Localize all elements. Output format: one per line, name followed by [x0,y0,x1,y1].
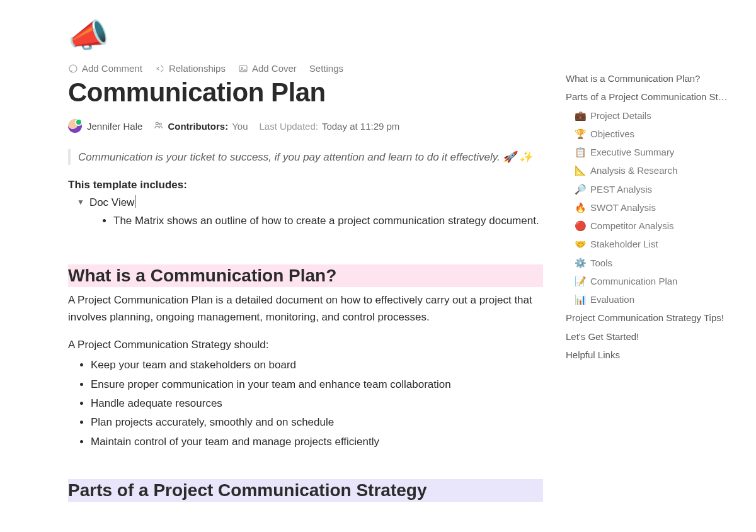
list-item[interactable]: Plan projects accurately, smoothly and o… [91,414,547,431]
outline-item-lvl2[interactable]: 📐Analysis & Research [566,161,742,179]
relationships-button[interactable]: Relationships [155,63,226,74]
list-item[interactable]: Handle adequate resources [91,395,547,412]
svg-point-3 [156,122,159,125]
outline-item-lvl1[interactable]: Helpful Links [566,346,742,364]
contributors-label: Contributors: [168,121,228,132]
svg-point-2 [241,67,243,68]
add-cover-button[interactable]: Add Cover [238,63,297,74]
list-item[interactable]: Maintain control of your team and manage… [91,434,547,450]
page-toolbar: Add Comment Relationships Add Cover Sett… [68,63,554,74]
svg-point-4 [159,123,161,125]
outline-item-lvl2[interactable]: 🏆Objectives [566,125,742,143]
outline-item-icon: 💼 [575,110,587,121]
doc-view-label: Doc View [89,195,136,209]
doc-view-toggle[interactable]: ▼ Doc View [68,195,554,209]
outline-item-icon: 📋 [575,147,587,157]
outline-item-icon: ⚙️ [575,258,587,268]
outline-item-label: What is a Communication Plan? [566,73,700,84]
svg-point-0 [69,65,77,72]
outline-item-lvl1[interactable]: Project Communication Strategy Tips! [566,308,742,327]
comment-icon [68,64,78,74]
outline-item-label: Competitor Analysis [590,220,674,231]
outline-item-lvl1[interactable]: Parts of a Project Communication St… [566,88,742,106]
outline-item-label: Evaluation [590,294,634,305]
outline-item-lvl2[interactable]: 📊Evaluation [566,290,742,308]
outline-item-label: Tools [590,258,612,268]
outline-item-lvl2[interactable]: 🔴Competitor Analysis [566,217,742,235]
outline-item-lvl2[interactable]: 🤝Stakeholder List [566,235,742,253]
outline-item-label: Stakeholder List [590,239,658,249]
contributors-value[interactable]: You [232,121,248,132]
relationships-label: Relationships [169,63,226,74]
add-comment-label: Add Comment [82,63,142,74]
add-comment-button[interactable]: Add Comment [68,63,142,74]
outline-item-label: Helpful Links [566,349,620,360]
doc-view-bullets[interactable]: The Matrix shows an outline of how to cr… [68,213,547,229]
outline-item-lvl1[interactable]: Let's Get Started! [566,327,742,346]
quote-block[interactable]: Communication is your ticket to success,… [68,149,547,165]
outline-item-lvl2[interactable]: ⚙️Tools [566,254,742,272]
outline-item-label: Executive Summary [590,147,674,157]
outline-panel: What is a Communication Plan?Parts of a … [566,69,742,364]
outline-item-lvl2[interactable]: 📋Executive Summary [566,143,742,161]
image-icon [238,64,248,74]
page-meta: Jennifer Hale Contributors: You Last Upd… [68,119,554,133]
add-cover-label: Add Cover [252,63,297,74]
outline-item-icon: 📐 [575,165,587,176]
strategy-bullets[interactable]: Keep your team and stakeholders on board… [68,357,547,450]
outline-item-label: Analysis & Research [590,165,677,176]
outline-item-label: Communication Plan [590,276,677,286]
outline-item-label: Parts of a Project Communication St… [566,91,728,102]
outline-item-icon: 📊 [575,294,587,305]
avatar[interactable] [68,119,82,133]
outline-item-label: SWOT Analysis [590,202,656,213]
body-paragraph[interactable]: A Project Communication Strategy should: [68,337,547,353]
relationships-icon [155,64,165,74]
section-heading-parts[interactable]: Parts of a Project Communication Strateg… [68,479,543,502]
caret-down-icon: ▼ [77,198,84,207]
body-paragraph[interactable]: A Project Communication Plan is a detail… [68,292,547,325]
outline-item-icon: 🏆 [575,128,587,139]
outline-item-icon: 🔴 [575,220,587,231]
outline-item-label: Let's Get Started! [566,331,639,342]
contributors-icon [154,120,164,132]
page-title[interactable]: Communication Plan [68,77,554,108]
outline-item-lvl2[interactable]: 🔥SWOT Analysis [566,198,742,217]
outline-item-icon: 📝 [575,276,587,286]
section-heading-what-is[interactable]: What is a Communication Plan? [68,264,543,287]
outline-item-label: Objectives [590,128,634,139]
outline-item-label: Project Details [590,110,651,121]
page-icon[interactable]: 📣 [68,19,554,52]
outline-item-icon: 🔥 [575,202,587,213]
outline-item-lvl2[interactable]: 🔎PEST Analysis [566,180,742,198]
outline-item-icon: 🤝 [575,239,587,249]
outline-item-lvl2[interactable]: 💼Project Details [566,106,742,125]
list-item[interactable]: Ensure proper communication in your team… [91,376,547,393]
last-updated-value: Today at 11:29 pm [322,121,399,132]
last-updated-label: Last Updated: [260,121,318,132]
outline-item-lvl1[interactable]: What is a Communication Plan? [566,69,742,88]
outline-item-lvl2[interactable]: 📝Communication Plan [566,272,742,290]
settings-button[interactable]: Settings [309,63,343,74]
list-item[interactable]: The Matrix shows an outline of how to cr… [113,213,547,229]
outline-item-label: PEST Analysis [590,184,652,195]
author-name[interactable]: Jennifer Hale [87,121,142,132]
settings-label: Settings [309,63,343,74]
outline-item-icon: 🔎 [575,184,587,195]
list-item[interactable]: Keep your team and stakeholders on board [91,357,547,373]
template-includes-label[interactable]: This template includes: [68,179,554,191]
outline-item-label: Project Communication Strategy Tips! [566,312,724,323]
